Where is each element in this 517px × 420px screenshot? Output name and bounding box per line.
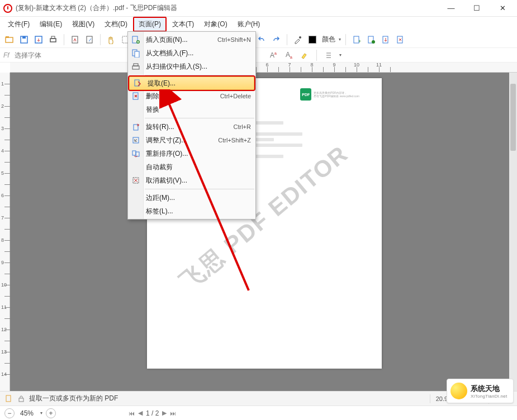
scrollbar-thumb[interactable] xyxy=(510,84,516,151)
next-page-button[interactable]: ▶ xyxy=(162,409,167,417)
blank-icon xyxy=(131,193,141,203)
font-family-icon: Ff xyxy=(3,51,11,59)
page-add-icon[interactable]: + xyxy=(350,34,363,46)
blank-icon xyxy=(131,162,141,172)
maximize-button[interactable]: ☐ xyxy=(469,2,485,15)
svg-rect-8 xyxy=(87,36,92,43)
color-swatch[interactable] xyxy=(306,34,319,46)
zoom-dropdown-arrow-icon[interactable]: ▾ xyxy=(40,411,42,416)
page-add2-icon[interactable] xyxy=(365,34,377,46)
svg-rect-7 xyxy=(72,36,78,43)
menu-document[interactable]: 文档(D) xyxy=(100,18,132,31)
zoom-in-button[interactable]: + xyxy=(46,408,56,418)
menu-item-cancel-crop[interactable]: 取消裁切(V)... xyxy=(128,174,255,187)
menu-item-insert-page[interactable]: 插入页面(N)... Ctrl+Shift+N xyxy=(128,33,255,46)
menu-edit[interactable]: 编辑(E) xyxy=(35,18,67,31)
save-as-icon[interactable] xyxy=(32,34,45,46)
page-insert-icon xyxy=(131,35,141,45)
menu-item-reorder[interactable]: 重新排序(O)... xyxy=(128,147,255,160)
menu-item-shortcut: Ctrl+R xyxy=(234,123,251,130)
menu-item-resize[interactable]: 调整尺寸(Z)... Ctrl+Shift+Z xyxy=(128,133,255,147)
eyedropper-icon[interactable] xyxy=(292,34,304,46)
subscript-icon[interactable]: Aa xyxy=(283,49,295,61)
page-del-icon[interactable] xyxy=(394,34,406,46)
zoom-out-button[interactable]: − xyxy=(4,408,15,418)
page-menu-dropdown: 插入页面(N)... Ctrl+Shift+N 从文档插入(F)... 从扫描仪… xyxy=(127,31,256,219)
menu-account[interactable]: 账户(H) xyxy=(233,18,265,31)
menu-item-label: 替换 xyxy=(146,105,159,114)
menu-text[interactable]: 文本(T) xyxy=(168,18,198,31)
status-bar: 提取一页或多页作为新的 PDF 20.99 x 29.7 cm 预览 xyxy=(0,391,517,405)
horizontal-ruler: 1234567891011 xyxy=(10,63,517,73)
hand-tool-icon[interactable] xyxy=(105,34,117,46)
zoom-bar: − 45% ▾ + ⏮ ◀ 1 / 2 ▶ ⏭ xyxy=(0,405,517,420)
window-title: (复制)-新建文本文档 (2)（合并）.pdf - 飞思PDF编辑器 xyxy=(16,3,443,13)
svg-rect-3 xyxy=(22,36,26,39)
highlight-icon[interactable] xyxy=(298,49,311,61)
doc-a-icon[interactable] xyxy=(69,34,81,46)
menu-item-label: 删除(D)... xyxy=(146,92,174,101)
line-spacing-icon[interactable] xyxy=(322,49,335,61)
brand-logo-icon xyxy=(450,383,467,399)
menu-item-insert-from-doc[interactable]: 从文档插入(F)... xyxy=(128,46,255,60)
page-extract-icon[interactable] xyxy=(380,34,392,46)
menu-item-margins[interactable]: 边距(M)... xyxy=(128,191,255,204)
window-controls: — ☐ ✕ xyxy=(443,2,514,15)
spacing-dropdown-arrow-icon[interactable]: ▾ xyxy=(339,52,341,58)
menu-item-label: 边距(M)... xyxy=(146,193,175,203)
redo-icon[interactable] xyxy=(270,34,282,46)
color-label: 颜色 xyxy=(322,35,335,44)
scanner-icon xyxy=(131,61,141,71)
menu-separator xyxy=(145,75,254,75)
menu-item-insert-from-scanner[interactable]: 从扫描仪中插入(S)... xyxy=(128,60,255,73)
crop-cancel-icon xyxy=(131,175,141,185)
menu-item-labels[interactable]: 标签(L)... xyxy=(128,204,255,218)
menu-item-replace[interactable]: 替换 xyxy=(128,103,255,116)
zoom-value[interactable]: 45% xyxy=(18,409,36,417)
zoom-controls: − 45% ▾ + xyxy=(4,408,56,418)
menu-file[interactable]: 文件(F) xyxy=(3,18,34,31)
svg-rect-28 xyxy=(136,152,139,156)
save-icon[interactable] xyxy=(18,34,30,46)
svg-point-10 xyxy=(299,36,301,39)
menu-item-shortcut: Ctrl+Shift+Z xyxy=(218,137,251,144)
menu-item-label: 旋转(R)... xyxy=(146,122,174,132)
menu-item-label: 从文档插入(F)... xyxy=(146,49,193,58)
svg-text:+: + xyxy=(358,39,361,44)
menu-view[interactable]: 视图(V) xyxy=(68,18,99,31)
status-hint: 提取一页或多页作为新的 PDF xyxy=(29,394,426,403)
menu-item-extract[interactable]: 提取(E)... xyxy=(129,77,254,90)
color-dropdown-arrow-icon[interactable]: ▾ xyxy=(339,37,341,42)
menu-item-auto-crop[interactable]: 自动裁剪 xyxy=(128,160,255,174)
svg-rect-32 xyxy=(19,398,23,402)
menu-item-delete[interactable]: 删除(D)... Ctrl+Delete xyxy=(128,89,255,103)
menu-item-label: 提取(E)... xyxy=(148,79,176,88)
menu-item-rotate[interactable]: 旋转(R)... Ctrl+R xyxy=(128,120,255,133)
doc-b-icon[interactable] xyxy=(83,34,96,46)
svg-rect-5 xyxy=(50,39,56,42)
menu-object[interactable]: 对象(O) xyxy=(200,18,231,31)
minimize-button[interactable]: — xyxy=(443,2,459,15)
last-page-button[interactable]: ⏭ xyxy=(170,410,176,417)
menu-item-label: 取消裁切(V)... xyxy=(146,176,187,185)
status-doc-icon xyxy=(4,394,13,403)
brand-overlay: 系统天地 XiTongTianDi.net xyxy=(447,379,514,403)
print-icon[interactable] xyxy=(47,34,59,46)
superscript-icon[interactable]: Aa xyxy=(267,49,279,61)
blank-icon xyxy=(131,206,141,216)
open-icon[interactable] xyxy=(3,34,16,46)
vertical-scrollbar[interactable] xyxy=(509,73,517,391)
font-select-input[interactable] xyxy=(15,51,93,59)
menu-page[interactable]: 页面(P) xyxy=(133,17,167,32)
canvas[interactable]: PDF 更多高质量的PDF内容请， 尽在飞思PDF编辑器 www.pdfed.c… xyxy=(10,73,517,391)
prev-page-button[interactable]: ◀ xyxy=(138,409,143,417)
svg-rect-22 xyxy=(134,64,138,66)
svg-rect-1 xyxy=(6,36,9,38)
app-icon xyxy=(3,4,12,13)
reorder-icon xyxy=(131,149,141,159)
first-page-button[interactable]: ⏮ xyxy=(129,410,135,417)
undo-icon[interactable] xyxy=(255,34,268,46)
close-button[interactable]: ✕ xyxy=(495,2,510,15)
page-indicator[interactable]: 1 / 2 xyxy=(146,409,159,417)
main-toolbar: 颜色 ▾ + xyxy=(0,31,517,48)
